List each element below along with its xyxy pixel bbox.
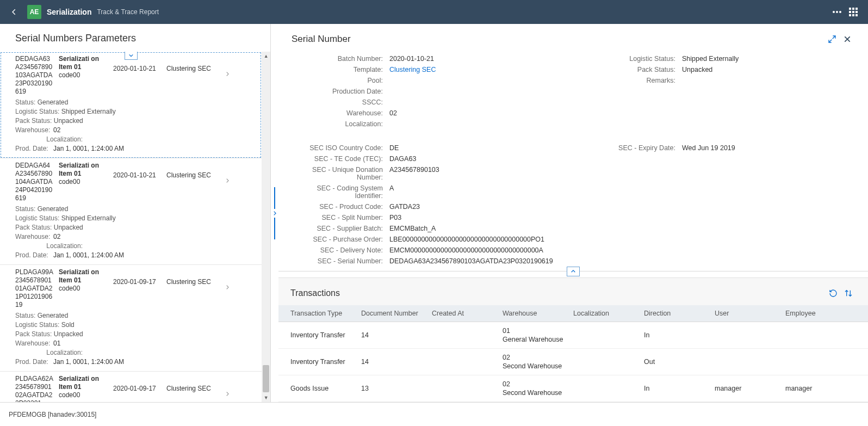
lbl-loc: Localization: xyxy=(292,120,389,128)
master-scrollbar[interactable]: ▲ ▼ xyxy=(262,52,270,402)
scroll-thumb[interactable] xyxy=(263,365,269,392)
item-date: 2020-01-09-17 xyxy=(113,375,162,393)
detail-pane: Serial Number Batch Number:2020-01-10-21… xyxy=(278,24,868,402)
val-sec-udn: A234567890103 xyxy=(389,166,439,174)
transactions-title: Transactions xyxy=(290,288,340,298)
cell-user: manager xyxy=(715,385,785,392)
lbl-sec-iso: SEC ISO Country Code: xyxy=(292,144,389,152)
cell-wh: 02Second Warehouse xyxy=(503,353,573,371)
chevron-right-icon[interactable] xyxy=(220,375,235,398)
scroll-down-icon[interactable]: ▼ xyxy=(262,393,270,402)
cell-type: Inventory Transfer xyxy=(290,331,361,339)
cell-doc: 13 xyxy=(361,385,432,392)
col-user[interactable]: User xyxy=(715,310,785,317)
chevron-right-icon[interactable] xyxy=(220,55,235,78)
app-title: Serialization xyxy=(47,8,91,16)
col-created[interactable]: Created At xyxy=(432,310,503,317)
val-packst: Unpacked xyxy=(682,66,712,73)
item-name: Serializati on Item 01 xyxy=(59,55,109,71)
apps-grid-icon[interactable] xyxy=(845,4,861,20)
close-icon[interactable] xyxy=(840,32,855,47)
col-emp[interactable]: Employee xyxy=(785,310,856,317)
serial-number-text: DEDAGA63A234567890103AGATDA23P0320190619 xyxy=(15,55,54,96)
svg-line-13 xyxy=(829,40,832,42)
shell-header: AE Serialization Track & Trace Report xyxy=(0,0,868,24)
chevron-right-icon[interactable] xyxy=(220,162,235,184)
lbl-remarks: Remarks: xyxy=(584,77,682,84)
val-sec-csi: A xyxy=(389,184,394,192)
serial-list-item[interactable]: PLDAGA62A234567890102AGATDA22P02201 Seri… xyxy=(0,372,262,402)
chevron-right-icon[interactable] xyxy=(220,268,235,291)
cell-wh: 01General Warehouse xyxy=(503,326,573,344)
item-code: code00 xyxy=(59,391,109,399)
serial-list-item[interactable]: DEDAGA64A234567890104AGATDA24P0420190619… xyxy=(0,158,262,265)
cell-doc: 14 xyxy=(361,331,432,339)
shell-footer: PFDEMOGB [hanadev:30015] xyxy=(0,402,868,426)
lbl-sec-tec: SEC - TE Code (TEC): xyxy=(292,155,389,163)
serial-list-item[interactable]: PLDAGA99A234567890101AGATDA21P0120190619… xyxy=(0,265,262,372)
svg-rect-6 xyxy=(849,11,851,13)
transaction-row[interactable]: Goods Issue 13 02Second Warehouse In man… xyxy=(278,375,868,402)
sort-icon[interactable] xyxy=(841,286,856,301)
item-date: 2020-01-10-21 xyxy=(113,162,162,180)
lbl-proddate: Production Date: xyxy=(292,88,389,95)
item-type: Clustering SEC xyxy=(166,162,215,180)
item-name: Serializati on Item 01 xyxy=(59,162,109,178)
col-wh[interactable]: Warehouse xyxy=(503,310,573,317)
val-template[interactable]: Clustering SEC xyxy=(389,66,436,73)
pane-splitter[interactable] xyxy=(271,24,278,402)
lbl-sec-udn: SEC - Unique Donation Number: xyxy=(292,166,389,181)
lbl-sec-csi: SEC - Coding System Identifier: xyxy=(292,184,389,200)
lbl-template: Template: xyxy=(292,66,389,73)
cell-wh: 02Second Warehouse xyxy=(503,380,573,397)
back-button[interactable] xyxy=(7,4,22,20)
val-sec-tec: DAGA63 xyxy=(389,155,416,163)
svg-line-12 xyxy=(833,36,835,39)
col-dir[interactable]: Direction xyxy=(644,310,715,317)
val-logst: Shipped Externally xyxy=(682,55,739,63)
val-sec-ser: DEDAGA63A234567890103AGATDA23P0320190619 xyxy=(389,257,553,265)
lbl-packst: Pack Status: xyxy=(584,66,682,73)
val-sec-sb: EMCMBatch_A xyxy=(389,225,436,232)
lbl-sec-po: SEC - Purchase Order: xyxy=(292,236,389,243)
col-loc[interactable]: Localization xyxy=(573,310,644,317)
lbl-sec-exp: SEC - Expiry Date: xyxy=(584,144,682,152)
svg-rect-3 xyxy=(849,8,851,10)
val-sec-pc: GATDA23 xyxy=(389,203,420,211)
collapse-toggle-icon[interactable] xyxy=(567,267,580,276)
lbl-sec-dn: SEC - Delivery Note: xyxy=(292,246,389,254)
master-pane: Serial Numbers Parameters DEDAGA63A23456… xyxy=(0,24,271,402)
svg-rect-5 xyxy=(855,8,858,10)
more-icon[interactable] xyxy=(829,4,845,20)
chevron-down-icon[interactable] xyxy=(125,52,138,60)
page-title: Track & Trace Report xyxy=(97,8,159,16)
lbl-sec-sn: SEC - Split Number: xyxy=(292,214,389,221)
cell-dir: In xyxy=(644,385,715,392)
serial-list-item[interactable]: DEDAGA63A234567890103AGATDA23P0320190619… xyxy=(0,52,262,158)
master-title: Serial Numbers Parameters xyxy=(0,24,270,52)
refresh-icon[interactable] xyxy=(826,286,841,301)
svg-rect-10 xyxy=(852,14,854,16)
transaction-row[interactable]: Inventory Transfer 14 02Second Warehouse… xyxy=(278,349,868,375)
lbl-sec-sb: SEC - Supplier Batch: xyxy=(292,225,389,232)
transaction-row[interactable]: Inventory Transfer 14 01General Warehous… xyxy=(278,322,868,349)
item-type: Clustering SEC xyxy=(166,268,215,286)
svg-rect-9 xyxy=(849,14,851,16)
serial-number-text: PLDAGA62A234567890102AGATDA22P02201 xyxy=(15,375,54,402)
lbl-wh: Warehouse: xyxy=(292,109,389,117)
val-sec-exp: Wed Jun 19 2019 xyxy=(682,144,735,152)
item-name: Serializati on Item 01 xyxy=(59,375,109,391)
lbl-sec-ser: SEC - Serial Number: xyxy=(292,257,389,265)
lbl-sec-pc: SEC - Product Code: xyxy=(292,203,389,211)
transactions-pane: Transactions Transaction Type Document N… xyxy=(278,277,868,402)
lbl-batch: Batch Number: xyxy=(292,55,389,63)
col-type[interactable]: Transaction Type xyxy=(290,310,361,317)
col-doc[interactable]: Document Number xyxy=(361,310,432,317)
fullscreen-icon[interactable] xyxy=(824,32,840,47)
serial-list: DEDAGA63A234567890103AGATDA23P0320190619… xyxy=(0,52,262,402)
item-date: 2020-01-09-17 xyxy=(113,268,162,286)
footer-text: PFDEMOGB [hanadev:30015] xyxy=(9,411,96,418)
val-wh: 02 xyxy=(389,109,397,117)
scroll-up-icon[interactable]: ▲ xyxy=(262,52,270,60)
transactions-body: Inventory Transfer 14 01General Warehous… xyxy=(278,322,868,402)
